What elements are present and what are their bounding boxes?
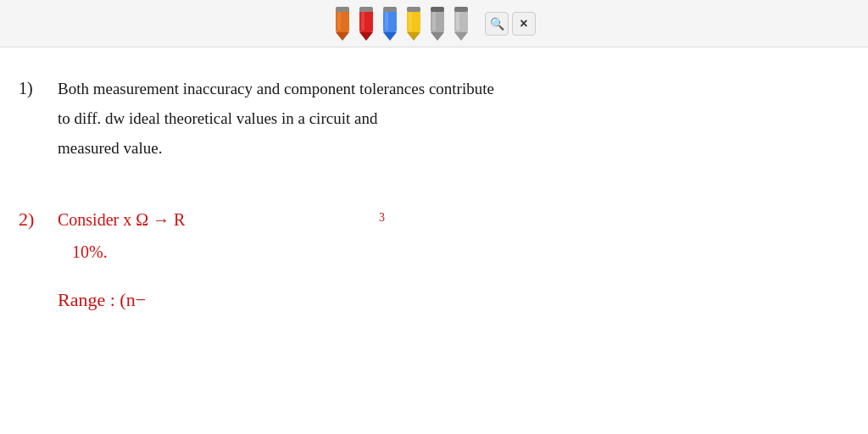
crayon-5[interactable] <box>427 7 448 41</box>
item1-number: 1) <box>19 79 33 98</box>
item1-line3: measured value. <box>58 139 162 157</box>
crayon-1[interactable] <box>332 7 353 41</box>
svg-rect-13 <box>409 12 412 31</box>
svg-rect-9 <box>385 12 388 31</box>
item1-line1: Both measurement inaccuracy and componen… <box>58 80 494 97</box>
item2-line1: Consider x Ω → R <box>58 210 186 229</box>
item2-number: 2) <box>19 209 34 230</box>
svg-rect-7 <box>359 7 373 12</box>
crayon-2[interactable] <box>356 7 376 41</box>
search-button[interactable]: 🔍 <box>485 12 509 36</box>
svg-marker-22 <box>454 32 468 41</box>
item2-line2: 10%. <box>72 242 108 261</box>
svg-rect-21 <box>456 12 459 31</box>
item2-subscript3: 3 <box>379 211 385 224</box>
svg-rect-15 <box>407 7 420 12</box>
svg-marker-18 <box>431 32 444 41</box>
svg-rect-5 <box>361 12 364 31</box>
crayon-6[interactable] <box>451 7 471 41</box>
crayon-3[interactable] <box>380 7 400 41</box>
svg-rect-17 <box>432 12 436 31</box>
svg-rect-11 <box>383 7 397 12</box>
crayon-4[interactable] <box>403 7 424 41</box>
search-icon: 🔍 <box>490 17 504 31</box>
svg-marker-6 <box>359 32 373 41</box>
svg-marker-14 <box>407 32 420 41</box>
toolbar: 🔍 × <box>0 0 868 47</box>
svg-marker-2 <box>336 32 349 41</box>
close-button[interactable]: × <box>512 12 536 36</box>
svg-rect-19 <box>431 7 444 12</box>
svg-rect-3 <box>336 7 349 12</box>
item1-line2: to diff. dw ideal theoretical values in … <box>58 109 378 127</box>
svg-rect-23 <box>454 7 468 12</box>
item2-line3: Range : (n− <box>58 289 146 310</box>
content-area: 1) Both measurement inaccuracy and compo… <box>0 47 868 434</box>
close-icon: × <box>520 16 527 31</box>
svg-rect-1 <box>337 12 341 31</box>
svg-marker-10 <box>383 32 397 41</box>
